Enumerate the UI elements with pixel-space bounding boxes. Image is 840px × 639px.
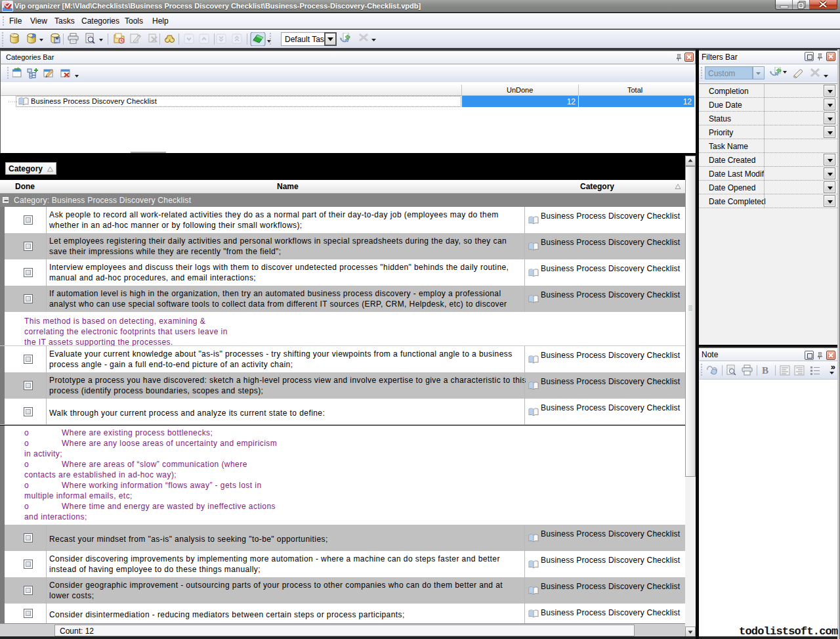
- svg-text:B: B: [762, 365, 768, 376]
